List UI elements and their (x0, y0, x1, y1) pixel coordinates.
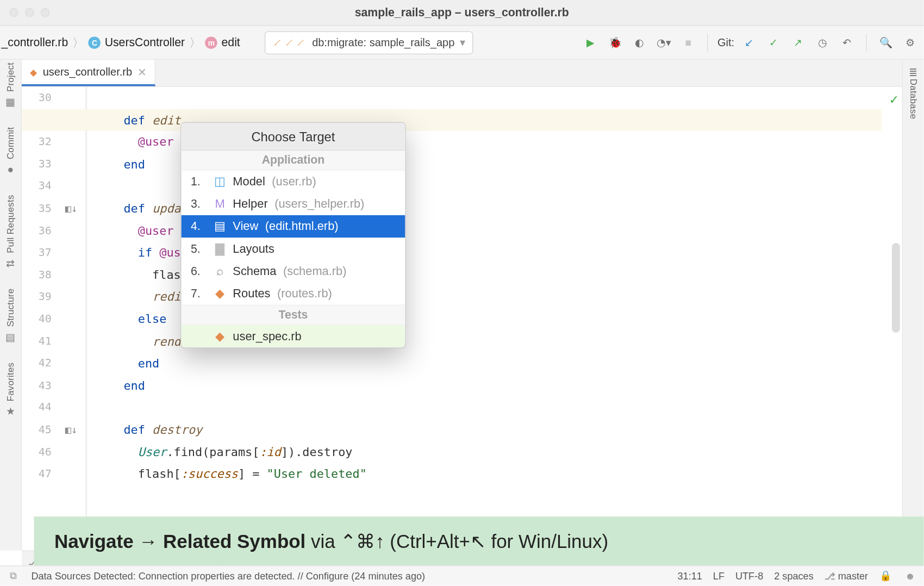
popup-item[interactable]: 6.⌕Schema (schema.rb) (181, 260, 405, 282)
popup-item[interactable]: 5.▇Layouts (181, 238, 405, 260)
favorites-tool-tab[interactable]: Favorites★ (4, 362, 16, 417)
database-tool-tab[interactable]: ≣Database (907, 63, 919, 119)
folder-icon: ▇ (214, 242, 226, 254)
git-branch[interactable]: ⎇ master (825, 571, 868, 582)
pull-requests-tool-tab[interactable]: Pull Requests⇄ (4, 195, 16, 270)
settings-button[interactable]: ⚙ (901, 33, 920, 52)
tool-windows-icon[interactable]: ⧉ (7, 570, 20, 582)
run-button[interactable]: ▶ (581, 33, 600, 52)
ruby-file-icon: ◆ (214, 330, 226, 342)
stop-button: ■ (679, 33, 698, 52)
git-rollback-button[interactable]: ↶ (838, 33, 857, 52)
right-tool-strip: ≣Database (902, 60, 924, 551)
tip-banner: Navigate → Related Symbol via ⌃⌘↑ (Ctrl+… (34, 516, 923, 565)
schema-icon: ⌕ (214, 265, 226, 277)
git-label: Git: (717, 36, 734, 48)
routes-icon: ◆ (214, 288, 226, 300)
search-everywhere-button[interactable]: 🔍 (876, 33, 895, 52)
line-separator[interactable]: LF (713, 571, 725, 582)
git-commit-button[interactable]: ✓ (764, 33, 783, 52)
popup-item[interactable]: 1.◫Model (user.rb) (181, 170, 405, 192)
ruby-file-icon: ◆ (30, 66, 38, 77)
navigation-bar: _controller.rb 〉 CUsersController 〉 medi… (0, 26, 923, 59)
git-update-button[interactable]: ↙ (740, 33, 759, 52)
file-encoding[interactable]: UTF-8 (735, 571, 763, 582)
popup-item[interactable]: 4.▤View (edit.html.erb) (181, 215, 405, 238)
popup-item[interactable]: 3.MHelper (users_helper.rb) (181, 193, 405, 215)
popup-item[interactable]: 7.◆Routes (routes.rb) (181, 282, 405, 304)
override-gutter-icon[interactable]: ◧↓ (65, 202, 78, 214)
override-gutter-icon[interactable]: ◧↓ (65, 423, 78, 435)
breadcrumb-method[interactable]: medit (205, 36, 240, 49)
editor[interactable]: ✓ 303132333435363738394041424344454647 ◧… (22, 87, 902, 551)
caret-position[interactable]: 31:11 (678, 571, 702, 582)
breadcrumb-class[interactable]: CUsersController (89, 36, 185, 49)
helper-icon: M (214, 198, 226, 210)
commit-tool-tab[interactable]: Commit● (4, 127, 16, 176)
status-bar: ⧉ Data Sources Detected: Connection prop… (0, 565, 923, 585)
titlebar: sample_rails_app – users_controller.rb (0, 0, 923, 26)
lock-icon[interactable]: 🔒 (879, 570, 892, 582)
close-tab-icon[interactable]: ✕ (138, 65, 146, 78)
view-icon: ▤ (214, 220, 226, 232)
editor-tab-users-controller[interactable]: ◆ users_controller.rb ✕ (22, 60, 155, 86)
popup-section-tests: Tests (181, 305, 405, 325)
popup-section-application: Application (181, 151, 405, 170)
chevron-down-icon: ▾ (460, 36, 465, 49)
breadcrumb-file[interactable]: _controller.rb (1, 36, 68, 49)
profile-button[interactable]: ◔▾ (654, 33, 673, 52)
coverage-button[interactable]: ◐ (630, 33, 649, 52)
popup-title: Choose Target (181, 123, 405, 151)
rake-icon: ⟋⟋⟋ (272, 36, 307, 49)
model-icon: ◫ (214, 176, 226, 188)
git-history-button[interactable]: ◷ (813, 33, 832, 52)
gutter[interactable]: 303132333435363738394041424344454647 ◧↓◧… (22, 87, 87, 551)
choose-target-popup: Choose Target Application 1.◫Model (user… (180, 122, 406, 348)
inspection-ok-icon[interactable]: ✓ (890, 91, 898, 107)
run-config-selector[interactable]: ⟋⟋⟋ db:migrate: sample_rails_app ▾ (265, 31, 473, 54)
popup-test-item[interactable]: ◆ user_spec.rb (181, 325, 405, 347)
indent-settings[interactable]: 2 spaces (774, 571, 813, 582)
debug-button[interactable]: 🐞 (605, 33, 625, 52)
status-message[interactable]: Data Sources Detected: Connection proper… (31, 571, 425, 582)
left-tool-strip: Project▦ Commit● Pull Requests⇄ Structur… (0, 60, 22, 551)
hector-icon[interactable]: ☻ (903, 571, 917, 582)
git-push-button[interactable]: ↗ (789, 33, 808, 52)
editor-tabs: ◆ users_controller.rb ✕ (22, 60, 902, 87)
scrollbar-thumb[interactable] (892, 243, 900, 333)
window-title: sample_rails_app – users_controller.rb (0, 6, 923, 20)
structure-tool-tab[interactable]: Structure▤ (4, 289, 16, 344)
project-tool-tab[interactable]: Project▦ (4, 63, 16, 108)
